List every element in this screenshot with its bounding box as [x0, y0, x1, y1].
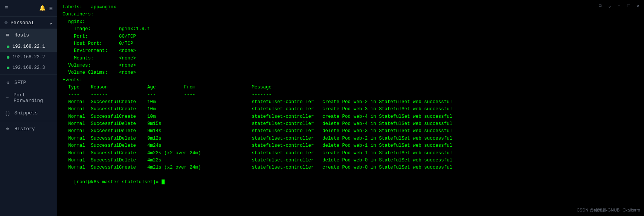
terminal-line: Image: nginx:1.9.1	[63, 26, 639, 33]
terminal-line: Environment: <none>	[63, 47, 639, 55]
close-button[interactable]: ✕	[635, 2, 641, 9]
sidebar-logo-icon: ≡	[5, 5, 8, 12]
terminal-cursor	[162, 179, 165, 184]
terminal-line: Type Reason Age From Message	[63, 84, 639, 91]
sidebar-item-history[interactable]: ⊙ History	[0, 123, 57, 135]
hosts-label: Hosts	[14, 32, 29, 38]
terminal-line: Mounts: <none>	[63, 55, 639, 62]
hosts-icon: ⊞	[5, 32, 11, 38]
sidebar-header-icons: 🔔 ▣	[39, 5, 52, 11]
port-forwarding-icon: →	[5, 95, 10, 100]
terminal-prompt: [root@k8s-master statefulset]#	[63, 172, 639, 193]
sidebar-item-hosts[interactable]: ⊞ Hosts	[0, 29, 57, 41]
host-3-label: 192.168.22.3	[12, 65, 45, 70]
terminal-line: Containers:	[63, 11, 639, 18]
snippets-icon: {}	[5, 111, 11, 116]
host-dot-3	[7, 67, 9, 69]
host-1-label: 192.168.22.1	[12, 44, 45, 49]
sidebar-host-3[interactable]: 192.168.22.3	[0, 62, 57, 73]
sidebar-divider	[0, 75, 57, 75]
sftp-icon: ⇅	[5, 80, 11, 85]
port-forwarding-label: Port Forwarding	[14, 92, 52, 103]
host-dot-1	[7, 46, 9, 48]
sidebar-item-port-forwarding[interactable]: → Port Forwarding	[0, 89, 57, 107]
terminal-line: Normal SuccessfulCreate 4m23s (x2 over 2…	[63, 150, 639, 157]
window-controls: ⊟ ⌄ − □ ✕	[597, 2, 641, 9]
history-icon: ⊙	[5, 126, 11, 132]
host-2-label: 192.168.22.2	[12, 55, 45, 60]
terminal-line: Port: 80/TCP	[63, 33, 639, 40]
terminal-line: Normal SuccessfulDelete 4m24s statefulse…	[63, 142, 639, 149]
watermark: CSDN @鲍海超-GNUBHCkalitarro	[577, 207, 640, 213]
terminal-line: Volumes: <none>	[63, 62, 639, 69]
prompt-text: [root@k8s-master statefulset]#	[74, 179, 162, 185]
terminal-line: Volume Claims: <none>	[63, 69, 639, 76]
terminal-line: Normal SuccessfulDelete 4m22s statefulse…	[63, 157, 639, 164]
terminal-line: Normal SuccessfulDelete 9m14s statefulse…	[63, 128, 639, 135]
terminal-output: Labels: app=nginxContainers: nginx: Imag…	[63, 4, 639, 172]
restore-button[interactable]: □	[626, 3, 632, 9]
chevron-button[interactable]: ⌄	[607, 2, 612, 9]
bell-icon[interactable]: 🔔	[39, 5, 46, 11]
sidebar-host-2[interactable]: 192.168.22.2	[0, 52, 57, 62]
minimize-button[interactable]: −	[616, 3, 622, 9]
terminal-line: Labels: app=nginx	[63, 4, 639, 11]
personal-label: Personal	[11, 20, 34, 26]
terminal-line: nginx:	[63, 18, 639, 26]
terminal-line: Host Port: 0/TCP	[63, 40, 639, 47]
sidebar-header: ≡ 🔔 ▣	[0, 0, 57, 17]
terminal-icon[interactable]: ▣	[49, 5, 52, 11]
snippets-label: Snippets	[14, 110, 38, 116]
tile-button[interactable]: ⊟	[597, 2, 603, 9]
sidebar-item-sftp[interactable]: ⇅ SFTP	[0, 76, 57, 89]
host-dot-2	[7, 56, 9, 59]
terminal-line: Normal SuccessfulCreate 4m21s (x2 over 2…	[63, 164, 639, 171]
sidebar-personal-left: Personal	[5, 20, 34, 26]
terminal-area[interactable]: Labels: app=nginxContainers: nginx: Imag…	[57, 0, 644, 216]
terminal-line: Events:	[63, 77, 639, 84]
sftp-label: SFTP	[14, 80, 26, 85]
history-label: History	[14, 126, 35, 132]
personal-dot-icon	[5, 21, 8, 24]
terminal-line: Normal SuccessfulDelete 9m12s statefulse…	[63, 135, 639, 142]
terminal-line: Normal SuccessfulCreate 10m statefulset-…	[63, 99, 639, 106]
sidebar: ≡ 🔔 ▣ Personal ⌄ ⊞ Hosts 192.168.22.1 19…	[0, 0, 57, 216]
terminal-line: Normal SuccessfulCreate 10m statefulset-…	[63, 113, 639, 120]
sidebar-personal[interactable]: Personal ⌄	[0, 17, 57, 29]
sidebar-host-1[interactable]: 192.168.22.1	[0, 41, 57, 52]
terminal-line: Normal SuccessfulCreate 10m statefulset-…	[63, 106, 639, 113]
terminal-line: ---- ------ --- ---- -------	[63, 91, 639, 99]
sidebar-item-snippets[interactable]: {} Snippets	[0, 107, 57, 119]
sidebar-divider-2	[0, 121, 57, 121]
terminal-line: Normal SuccessfulDelete 9m15s statefulse…	[63, 120, 639, 128]
personal-chevron-icon: ⌄	[49, 20, 52, 26]
